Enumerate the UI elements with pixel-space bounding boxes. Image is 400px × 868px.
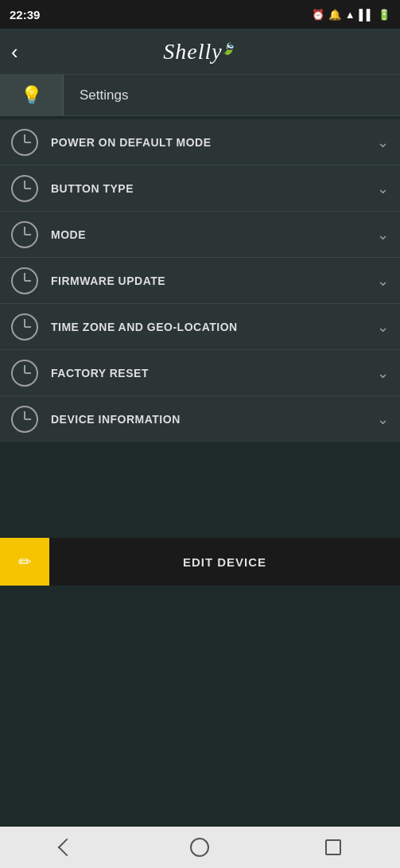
nav-recent-icon: [325, 839, 341, 855]
edit-device-bar[interactable]: ✏ EDIT DEVICE: [0, 538, 400, 586]
battery-icon: 🔋: [378, 9, 390, 21]
tab-settings-label-area[interactable]: Settings: [64, 75, 400, 115]
status-icons: ⏰ 🔔 ▲ ▌▌ 🔋: [312, 9, 390, 21]
clock-icon-power-on-default-mode: [11, 129, 38, 156]
nav-recent-button[interactable]: [319, 833, 348, 862]
chevron-icon-time-zone-geo-location: ⌄: [377, 318, 389, 336]
alarm-icon: ⏰: [312, 9, 324, 21]
status-time: 22:39: [10, 8, 40, 21]
menu-label-time-zone-geo-location: TIME ZONE AND GEO-LOCATION: [51, 321, 371, 333]
edit-device-label: EDIT DEVICE: [183, 555, 266, 569]
chevron-icon-button-type: ⌄: [377, 180, 389, 197]
menu-item-firmware-update[interactable]: FIRMWARE UPDATE ⌄: [0, 258, 400, 304]
menu-label-device-information: DEVICE INFORMATION: [51, 413, 371, 426]
nav-back-icon: [60, 841, 73, 854]
clock-icon-time-zone-geo-location: [11, 313, 38, 341]
chevron-icon-device-information: ⌄: [377, 411, 389, 428]
menu-item-time-zone-geo-location[interactable]: TIME ZONE AND GEO-LOCATION ⌄: [0, 304, 400, 350]
wifi-icon: ▲: [345, 9, 355, 21]
menu-label-firmware-update: FIRMWARE UPDATE: [51, 274, 371, 287]
pencil-icon: ✏: [18, 552, 32, 571]
menu-label-factory-reset: FACTORY RESET: [51, 367, 371, 380]
signal-icon: ▌▌: [359, 9, 374, 21]
clock-icon-device-information: [11, 406, 38, 433]
menu-item-button-type[interactable]: BUTTON TYPE ⌄: [0, 165, 400, 212]
logo-text: Shelly: [163, 39, 222, 64]
menu-label-power-on-default-mode: POWER ON DEFAULT MODE: [51, 136, 371, 149]
menu-item-mode[interactable]: MODE ⌄: [0, 212, 400, 258]
tab-settings-label: Settings: [80, 88, 128, 103]
notification-icon: 🔔: [328, 9, 341, 21]
chevron-icon-factory-reset: ⌄: [377, 364, 389, 382]
edit-device-label-area[interactable]: EDIT DEVICE: [49, 538, 400, 586]
back-button[interactable]: ‹: [11, 41, 18, 62]
settings-menu-list: POWER ON DEFAULT MODE ⌄ BUTTON TYPE ⌄ MO…: [0, 119, 400, 442]
clock-icon-firmware-update: [11, 267, 38, 294]
nav-home-icon: [190, 838, 209, 857]
menu-item-device-information[interactable]: DEVICE INFORMATION ⌄: [0, 396, 400, 442]
nav-home-button[interactable]: [185, 833, 214, 862]
tab-settings-icon-area[interactable]: 💡: [0, 75, 64, 115]
status-bar: 22:39 ⏰ 🔔 ▲ ▌▌ 🔋: [0, 0, 400, 29]
bottom-nav: [0, 827, 400, 868]
clock-icon-mode: [11, 221, 38, 248]
nav-back-button[interactable]: [52, 833, 81, 862]
edit-device-icon-area[interactable]: ✏: [0, 538, 49, 586]
clock-icon-button-type: [11, 175, 38, 202]
clock-icon-factory-reset: [11, 360, 38, 387]
chevron-icon-mode: ⌄: [377, 226, 389, 243]
menu-item-power-on-default-mode[interactable]: POWER ON DEFAULT MODE ⌄: [0, 119, 400, 165]
header: ‹ Shelly🍃: [0, 29, 400, 75]
menu-label-button-type: BUTTON TYPE: [51, 182, 371, 195]
bulb-icon: 💡: [21, 85, 42, 106]
chevron-icon-firmware-update: ⌄: [377, 272, 389, 290]
logo-leaf: 🍃: [221, 43, 235, 55]
app-logo: Shelly🍃: [163, 39, 236, 64]
tab-bar[interactable]: 💡 Settings: [0, 75, 400, 116]
menu-item-factory-reset[interactable]: FACTORY RESET ⌄: [0, 350, 400, 396]
chevron-icon-power-on-default-mode: ⌄: [377, 134, 389, 151]
menu-label-mode: MODE: [51, 228, 371, 241]
